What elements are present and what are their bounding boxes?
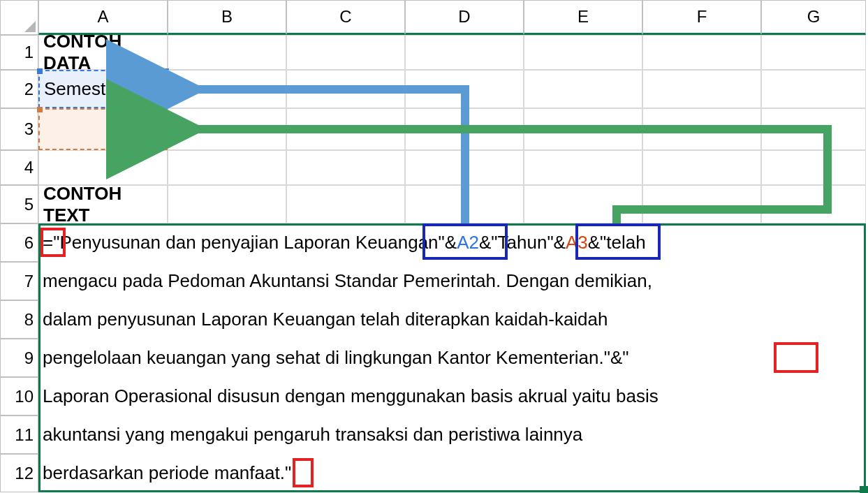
cell[interactable] bbox=[286, 108, 405, 150]
select-all-corner[interactable] bbox=[0, 0, 38, 35]
cell[interactable] bbox=[761, 150, 866, 185]
cell[interactable] bbox=[168, 70, 286, 108]
cell[interactable] bbox=[524, 70, 642, 108]
cell[interactable] bbox=[642, 150, 761, 185]
cell[interactable]: pengelolaan keuangan yang sehat di lingk… bbox=[38, 339, 866, 377]
formula-text: berdasarkan periode manfaat. bbox=[43, 462, 285, 484]
cell[interactable] bbox=[168, 108, 286, 150]
row-header[interactable]: 5 bbox=[0, 185, 38, 223]
col-header-d[interactable]: D bbox=[405, 0, 524, 35]
cell[interactable]: berdasarkan periode manfaat. " bbox=[38, 454, 866, 492]
cell[interactable] bbox=[38, 150, 168, 185]
col-header-b[interactable]: B bbox=[168, 0, 286, 35]
formula-amp: "&" bbox=[604, 347, 629, 369]
formula-text: Tahun bbox=[498, 232, 547, 253]
col-header-c[interactable]: C bbox=[286, 0, 405, 35]
cell[interactable]: mengacu pada Pedoman Akuntansi Standar P… bbox=[38, 262, 866, 300]
formula-quote-open: " bbox=[53, 232, 59, 253]
col-header-e[interactable]: E bbox=[524, 0, 642, 35]
cell[interactable] bbox=[286, 70, 405, 108]
col-header-f[interactable]: F bbox=[642, 0, 761, 35]
cell[interactable] bbox=[405, 70, 524, 108]
row-header[interactable]: 4 bbox=[0, 150, 38, 185]
cell[interactable] bbox=[761, 108, 866, 150]
cell[interactable] bbox=[168, 35, 286, 70]
formula-text: telah bbox=[606, 232, 645, 253]
cell[interactable]: dalam penyusunan Laporan Keuangan telah … bbox=[38, 300, 866, 339]
cell-a1[interactable]: CONTOH DATA bbox=[38, 35, 168, 70]
row-header[interactable]: 8 bbox=[0, 300, 38, 339]
formula-ref-a3: A3 bbox=[566, 232, 588, 253]
col-header-a[interactable]: A bbox=[38, 0, 168, 35]
cell[interactable] bbox=[405, 108, 524, 150]
row-header[interactable]: 9 bbox=[0, 339, 38, 377]
row-header[interactable]: 2 bbox=[0, 70, 38, 108]
cell[interactable] bbox=[642, 185, 761, 223]
row-header[interactable]: 1 bbox=[0, 35, 38, 70]
row-header[interactable]: 11 bbox=[0, 415, 38, 454]
formula-eq: = bbox=[43, 232, 53, 253]
cell[interactable] bbox=[761, 70, 866, 108]
row-header[interactable]: 10 bbox=[0, 377, 38, 415]
row-header[interactable]: 12 bbox=[0, 454, 38, 492]
cell[interactable] bbox=[286, 185, 405, 223]
formula-text: pengelolaan keuangan yang sehat di lingk… bbox=[43, 347, 604, 369]
cell[interactable] bbox=[642, 70, 761, 108]
cell[interactable] bbox=[168, 150, 286, 185]
formula-amp: &" bbox=[588, 232, 607, 253]
row-header[interactable]: 3 bbox=[0, 108, 38, 150]
formula-quote-close: " bbox=[285, 462, 291, 484]
formula-amp: &" bbox=[479, 232, 498, 253]
cell-a5[interactable]: CONTOH TEXT bbox=[38, 185, 168, 223]
cell[interactable] bbox=[405, 185, 524, 223]
cell[interactable] bbox=[524, 35, 642, 70]
cell[interactable] bbox=[761, 185, 866, 223]
formula-ref-a2: A2 bbox=[457, 232, 479, 253]
cell-a3[interactable]: 2020 bbox=[38, 108, 168, 150]
cell[interactable] bbox=[286, 150, 405, 185]
cell[interactable] bbox=[524, 185, 642, 223]
cell[interactable] bbox=[524, 150, 642, 185]
formula-amp: "& bbox=[439, 232, 457, 253]
row-header[interactable]: 6 bbox=[0, 223, 38, 262]
row-header[interactable]: 7 bbox=[0, 262, 38, 300]
cell-a2[interactable]: Semester I bbox=[38, 70, 168, 108]
cell[interactable]: akuntansi yang mengakui pengaruh transak… bbox=[38, 415, 866, 454]
formula-text: Penyusunan dan penyajian Laporan Keuanga… bbox=[59, 232, 438, 253]
cell[interactable] bbox=[405, 150, 524, 185]
cell[interactable] bbox=[286, 35, 405, 70]
spreadsheet-grid[interactable]: A B C D E F G 1 2 3 4 5 6 7 8 9 10 11 12… bbox=[0, 0, 868, 493]
cell[interactable] bbox=[405, 35, 524, 70]
cell[interactable] bbox=[761, 35, 866, 70]
formula-amp: "& bbox=[547, 232, 566, 253]
cell[interactable] bbox=[642, 108, 761, 150]
cell[interactable] bbox=[642, 35, 761, 70]
cell[interactable] bbox=[168, 185, 286, 223]
col-header-g[interactable]: G bbox=[761, 0, 866, 35]
cell[interactable] bbox=[524, 108, 642, 150]
cell[interactable]: Laporan Operasional disusun dengan mengg… bbox=[38, 377, 866, 415]
cell[interactable]: = " Penyusunan dan penyajian Laporan Keu… bbox=[38, 223, 866, 262]
